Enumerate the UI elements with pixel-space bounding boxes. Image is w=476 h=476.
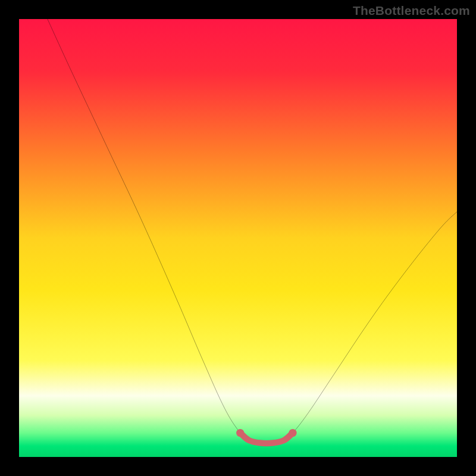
optimal-range-end-marker <box>289 429 296 437</box>
chart-frame: TheBottleneck.com <box>0 0 476 476</box>
optimal-range-start-marker <box>236 429 244 437</box>
gradient-background <box>19 19 457 457</box>
chart-svg <box>19 19 457 457</box>
plot-area <box>19 19 457 457</box>
watermark-text: TheBottleneck.com <box>353 4 470 18</box>
